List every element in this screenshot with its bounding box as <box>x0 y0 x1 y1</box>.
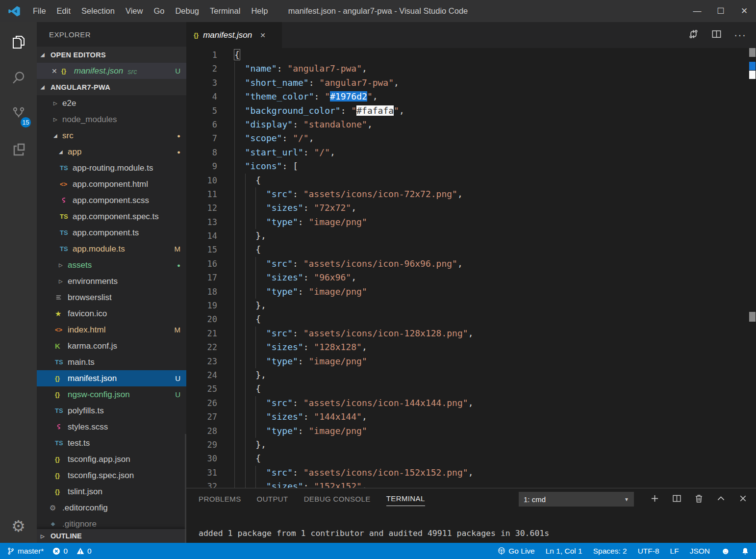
status-git-branch[interactable]: master* <box>7 547 44 556</box>
token: }, <box>255 370 266 380</box>
open-changes-icon[interactable] <box>688 28 699 42</box>
code-line-19: 19}, <box>186 299 756 312</box>
tree-item-app[interactable]: ◢app● <box>37 144 186 160</box>
maximize-button[interactable]: ☐ <box>709 0 732 22</box>
menu-view[interactable]: View <box>120 0 148 22</box>
token: "src" <box>266 398 293 408</box>
maximize-panel-button[interactable] <box>716 493 726 506</box>
activity-explorer[interactable] <box>0 25 37 61</box>
tree-item-favicon-ico[interactable]: ★favicon.ico <box>37 305 186 322</box>
tree-item-tslint-json[interactable]: {}tslint.json <box>37 483 186 500</box>
kill-terminal-button[interactable] <box>694 493 704 506</box>
split-editor-icon[interactable] <box>711 28 722 42</box>
tree-item-styles-scss[interactable]: styles.scss <box>37 419 186 435</box>
outline-section-header[interactable]: ▷ OUTLINE <box>37 529 186 543</box>
menu-file[interactable]: File <box>27 0 51 22</box>
tree-item-label: browserslist <box>68 293 112 303</box>
overview-ruler-mark <box>749 48 756 57</box>
tree-item-e2e[interactable]: ▷e2e <box>37 95 186 111</box>
status-errors[interactable]: 0 <box>52 547 68 556</box>
open-editor-item[interactable]: ✕{}manifest.jsonsrcU <box>37 63 186 79</box>
line-number: 18 <box>186 285 217 299</box>
tree-item-karma-conf-js[interactable]: Kkarma.conf.js <box>37 338 186 354</box>
token: : <box>293 119 303 129</box>
token: : <box>314 91 325 102</box>
panel-tab-output[interactable]: OUTPUT <box>257 492 288 506</box>
tree-item-polyfills-ts[interactable]: TSpolyfills.ts <box>37 403 186 419</box>
new-terminal-button[interactable] <box>650 493 660 506</box>
line-number: 13 <box>186 215 217 229</box>
gear-icon[interactable]: ⚙ <box>0 509 37 543</box>
code-text: { <box>217 243 261 256</box>
project-section-header[interactable]: ◢ANGULAR7-PWA <box>37 79 186 95</box>
json-file-icon: {} <box>61 67 74 75</box>
tree-item-tsconfig-app-json[interactable]: {}tsconfig.app.json <box>37 451 186 467</box>
token: "icons" <box>245 161 282 171</box>
menu-edit[interactable]: Edit <box>51 0 76 22</box>
status-label: master* <box>18 547 44 556</box>
tree-item-manifest-json[interactable]: {}manifest.jsonU <box>37 370 186 386</box>
status-cursor-position[interactable]: Ln 1, Col 1 <box>546 547 582 556</box>
tree-item-test-ts[interactable]: TStest.ts <box>37 435 186 451</box>
tree-item--editorconfig[interactable]: ⚙.editorconfig <box>37 500 186 516</box>
panel-tab-problems[interactable]: PROBLEMS <box>199 492 241 506</box>
tree-item-app-component-ts[interactable]: TSapp.component.ts <box>37 225 186 241</box>
tree-item-index-html[interactable]: <>index.htmlM <box>37 322 186 338</box>
code-line-14: 14}, <box>186 229 756 243</box>
chevron-collapsed-icon: ▷ <box>53 101 62 106</box>
status-eol[interactable]: LF <box>670 547 679 556</box>
status-feedback[interactable]: ☻ <box>721 546 731 557</box>
line-number: 2 <box>186 62 217 76</box>
tree-item-app-component-spec-ts[interactable]: TSapp.component.spec.ts <box>37 208 186 225</box>
minimize-button[interactable]: — <box>685 0 709 22</box>
status-warnings[interactable]: 0 <box>76 547 92 556</box>
status-indentation[interactable]: Spaces: 2 <box>593 547 627 556</box>
token: : <box>298 217 309 227</box>
panel-tab-terminal[interactable]: TERMINAL <box>386 491 425 506</box>
terminal-shell-select[interactable]: 1: cmd ▼ <box>519 492 634 507</box>
close-icon[interactable]: ✕ <box>51 67 61 75</box>
status-encoding[interactable]: UTF-8 <box>638 547 659 556</box>
open-editors-section-header[interactable]: ◢OPEN EDITORS <box>37 47 186 63</box>
close-button[interactable]: ✕ <box>732 0 756 22</box>
tree-item-src[interactable]: ◢src● <box>37 127 186 144</box>
panel-tab-debug-console[interactable]: DEBUG CONSOLE <box>304 492 371 506</box>
code-line-31: 31"src": "assets/icons/icon-152x152.png"… <box>186 466 756 480</box>
tab-manifest-json[interactable]: {} manifest.json ✕ <box>186 22 282 48</box>
tree-item-app-component-scss[interactable]: app.component.scss <box>37 192 186 208</box>
code-line-5: 5"background_color": "#fafafa", <box>186 104 756 118</box>
line-number: 12 <box>186 201 217 215</box>
tree-item-node-modules[interactable]: ▷node_modules <box>37 111 186 127</box>
close-panel-button[interactable] <box>738 493 748 506</box>
menu-help[interactable]: Help <box>246 0 273 22</box>
split-terminal-button[interactable] <box>672 493 682 506</box>
tree-item-app-component-html[interactable]: <>app.component.html <box>37 176 186 192</box>
tree-item-app-routing-module-ts[interactable]: TSapp-routing.module.ts <box>37 160 186 176</box>
tree-item-tsconfig-spec-json[interactable]: {}tsconfig.spec.json <box>37 467 186 483</box>
token: " <box>394 105 399 116</box>
menu-selection[interactable]: Selection <box>76 0 120 22</box>
tree-item-ngsw-config-json[interactable]: {}ngsw-config.jsonU <box>37 386 186 403</box>
activity-search[interactable] <box>0 61 37 97</box>
tree-item-browserslist[interactable]: browserslist <box>37 289 186 305</box>
code-editor[interactable]: 1{2"name": "angular7-pwa",3"short_name":… <box>186 48 756 488</box>
code-line-4: 4"theme_color": "#1976d2", <box>186 90 756 103</box>
menu-go[interactable]: Go <box>148 0 170 22</box>
tree-item-environments[interactable]: ▷environments <box>37 273 186 289</box>
status-notifications[interactable] <box>741 547 749 555</box>
status-go-live[interactable]: Go Live <box>498 547 534 556</box>
more-actions-icon[interactable]: ··· <box>734 29 746 42</box>
activity-bar: 15 ⚙ <box>0 22 37 543</box>
activity-extensions[interactable] <box>0 132 37 168</box>
token: "type" <box>266 217 298 227</box>
close-icon[interactable]: ✕ <box>260 31 266 39</box>
token: "name" <box>245 63 277 74</box>
tree-item-app-module-ts[interactable]: TSapp.module.tsM <box>37 241 186 257</box>
menu-debug[interactable]: Debug <box>170 0 204 22</box>
status-language-mode[interactable]: JSON <box>690 547 710 556</box>
sidebar-title: EXPLORER <box>37 22 186 47</box>
activity-source-control[interactable]: 15 <box>0 97 37 132</box>
tree-item-assets[interactable]: ▷assets● <box>37 257 186 273</box>
tree-item-main-ts[interactable]: TSmain.ts <box>37 354 186 370</box>
menu-terminal[interactable]: Terminal <box>204 0 246 22</box>
